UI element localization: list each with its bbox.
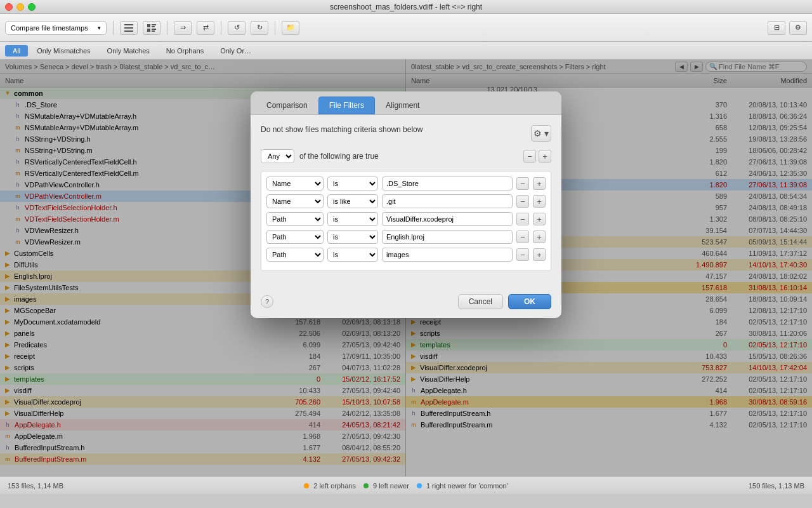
left-newer-indicator: 9 left newer — [363, 482, 409, 490]
field-select-5[interactable]: Path — [266, 248, 324, 262]
filter-tab-only-or[interactable]: Only Or… — [213, 45, 259, 57]
settings-icon[interactable]: ⚙ — [789, 21, 807, 35]
orphans-label: 2 left orphans — [313, 482, 356, 490]
status-right: 150 files, 1,13 MB — [749, 482, 804, 490]
value-input-1[interactable] — [382, 177, 513, 190]
modal-footer: ? Cancel OK — [251, 289, 561, 318]
add-row-1-button[interactable]: + — [533, 177, 546, 190]
cancel-button[interactable]: Cancel — [458, 294, 503, 309]
toolbar-separator-1 — [113, 21, 114, 35]
remove-row-2-button[interactable]: − — [516, 195, 529, 208]
filter-tab-matches[interactable]: Only Matches — [100, 45, 157, 57]
modal-title: Do not show files matching criteria show… — [261, 125, 422, 134]
left-newer-label: 9 left newer — [373, 482, 409, 490]
operator-select-2[interactable]: is like — [327, 194, 378, 208]
any-all-select[interactable]: Any — [261, 149, 294, 163]
filter-tab-all[interactable]: All — [5, 45, 28, 57]
comparison-tab[interactable]: Comparison — [256, 97, 318, 114]
compare-mode-label: Compare file timestamps — [11, 24, 88, 32]
back-button[interactable]: ↺ — [228, 21, 246, 35]
toolbar-separator-2 — [167, 21, 167, 35]
compare-mode-select[interactable]: Compare file timestamps ▾ — [5, 21, 107, 35]
file-filters-tab[interactable]: File Filters — [318, 97, 375, 114]
modal-tabs: Comparison File Filters Alignment — [251, 91, 561, 115]
field-select-4[interactable]: Path — [266, 230, 324, 244]
left-file-count: 153 files, 1,14 MB — [8, 482, 63, 490]
add-row-5-button[interactable]: + — [533, 248, 546, 261]
toolbar-separator-3 — [221, 21, 221, 35]
folder-button[interactable]: 📁 — [282, 21, 299, 35]
svg-rect-6 — [147, 29, 150, 32]
status-left: 153 files, 1,14 MB — [8, 482, 63, 490]
add-rule-button[interactable]: + — [539, 150, 551, 163]
filter-rules-area: Name is − + Name — [261, 171, 551, 271]
filter-row-5: Path is − + — [266, 248, 546, 262]
toolbar-separator-4 — [275, 21, 275, 35]
add-row-3-button[interactable]: + — [533, 213, 546, 225]
value-input-3[interactable] — [382, 212, 513, 226]
filter-row-4: Path is − + — [266, 230, 546, 244]
alignment-tab[interactable]: Alignment — [375, 97, 430, 114]
svg-rect-2 — [124, 30, 133, 32]
modal-overlay: Comparison File Filters Alignment Do not… — [0, 60, 812, 476]
field-select-1[interactable]: Name — [266, 177, 324, 190]
value-input-2[interactable] — [382, 194, 513, 208]
svg-rect-5 — [152, 26, 155, 27]
forward-button[interactable]: ↻ — [251, 21, 268, 35]
any-all-row: Any of the following are true − + — [261, 149, 551, 163]
right-newer-label: 1 right newer for 'common' — [426, 482, 508, 490]
operator-select-1[interactable]: is — [327, 177, 378, 190]
remove-row-4-button[interactable]: − — [516, 231, 529, 243]
remove-row-3-button[interactable]: − — [516, 213, 529, 225]
titlebar: screenshoot_mas_folders.vdiff - left <=>… — [0, 0, 812, 14]
filter-row-2: Name is like − + — [266, 194, 546, 208]
gear-button[interactable]: ⚙ ▾ — [531, 125, 551, 142]
orphans-dot — [304, 483, 309, 488]
orphans-indicator: 2 left orphans — [304, 482, 356, 490]
list-view-button[interactable] — [120, 21, 138, 35]
any-all-label: of the following are true — [299, 152, 379, 161]
help-button[interactable]: ? — [261, 295, 273, 308]
operator-select-3[interactable]: is — [327, 212, 378, 226]
ok-button[interactable]: OK — [508, 294, 551, 309]
svg-rect-8 — [152, 30, 155, 32]
window-title: screenshoot_mas_folders.vdiff - left <=>… — [330, 3, 482, 11]
value-input-5[interactable] — [382, 248, 513, 262]
file-filters-modal: Comparison File Filters Alignment Do not… — [251, 91, 561, 318]
value-input-4[interactable] — [382, 230, 513, 244]
svg-rect-4 — [152, 24, 156, 25]
traffic-lights — [5, 3, 36, 11]
svg-rect-3 — [147, 24, 150, 27]
svg-rect-0 — [124, 24, 133, 25]
status-indicators: 2 left orphans 9 left newer 1 right newe… — [304, 482, 508, 490]
add-row-4-button[interactable]: + — [533, 231, 546, 243]
modal-body: Do not show files matching criteria show… — [251, 115, 561, 289]
right-newer-dot — [417, 483, 422, 488]
detail-view-button[interactable] — [143, 21, 160, 35]
remove-row-1-button[interactable]: − — [516, 177, 529, 190]
filter-row-3: Path is − + — [266, 212, 546, 226]
right-newer-indicator: 1 right newer for 'common' — [417, 482, 508, 490]
close-button[interactable] — [5, 3, 13, 11]
maximize-button[interactable] — [28, 3, 36, 11]
right-file-count: 150 files, 1,13 MB — [749, 482, 804, 490]
field-select-3[interactable]: Path — [266, 212, 324, 226]
field-select-2[interactable]: Name — [266, 194, 324, 208]
filter-icon[interactable]: ⊟ — [768, 21, 785, 35]
modal-top-row: Do not show files matching criteria show… — [261, 125, 551, 142]
sync-button[interactable]: ⇄ — [197, 21, 214, 35]
svg-rect-7 — [152, 29, 156, 30]
svg-rect-1 — [124, 27, 133, 29]
operator-select-5[interactable]: is — [327, 248, 378, 262]
minimize-button[interactable] — [16, 3, 24, 11]
filter-tab-no-orphans[interactable]: No Orphans — [159, 45, 211, 57]
remove-row-5-button[interactable]: − — [516, 248, 529, 261]
filter-row-1: Name is − + — [266, 177, 546, 190]
filter-tab-mismatches[interactable]: Only Mismatches — [29, 45, 98, 57]
remove-all-button[interactable]: − — [523, 150, 536, 163]
filter-bar: All Only Mismatches Only Matches No Orph… — [0, 42, 812, 60]
add-row-2-button[interactable]: + — [533, 195, 546, 208]
swap-button[interactable]: ⇒ — [174, 21, 192, 35]
operator-select-4[interactable]: is — [327, 230, 378, 244]
main-area: Volumes > Seneca > devel > trash > 0late… — [0, 60, 812, 476]
